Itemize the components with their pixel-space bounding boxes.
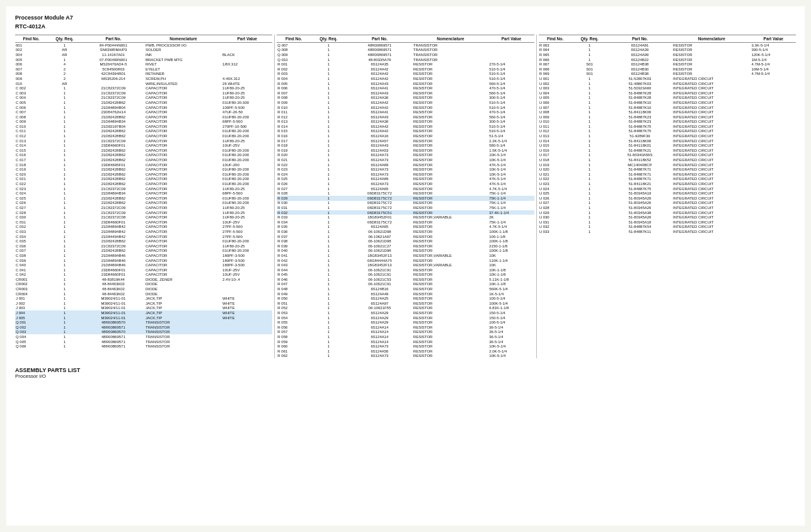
table-row: R 042106G84444A75RESISTOR110K-1-1/4 bbox=[277, 258, 534, 263]
table-row: C 010121D82187B04CAPACITOR270PF-10-500 bbox=[15, 124, 272, 129]
table-row: R 044106-10621C91RESISTOR10K-1-1/8 bbox=[277, 268, 534, 273]
table-row: 008242C84394R01RETAINER bbox=[15, 72, 272, 77]
table-row: R 01516S124A42RESISTOR510-5-1/4 bbox=[277, 129, 534, 134]
table-row: U 029151-80345A38INTEGRATED CIRCUIT bbox=[539, 210, 796, 215]
table-row: R 01116S124A41RESISTOR470-5-1/4 bbox=[277, 110, 534, 115]
table-row: 0064MS20470AD4-5RIVET1/8X.312 bbox=[15, 62, 272, 67]
table-row: R 05016S124A25RESISTOR100-5-1/4 bbox=[277, 296, 534, 301]
table-row: Q 002148R00869571TRANSISTOR bbox=[15, 325, 272, 330]
table-row: C 030121C82372C08CAPACITOR1UF80-20-25 bbox=[15, 215, 272, 220]
table-row: R 05316S124A29RESISTOR150-5-1/4 bbox=[277, 310, 534, 315]
table-row: R 034106D83175C72RESISTOR75K-1-1/4 bbox=[277, 220, 534, 225]
table-row: C 014123D84660F01CAPACITOR10UF-25V bbox=[15, 143, 272, 148]
module-title: Processor Module A7 RTC-4012A bbox=[15, 14, 91, 31]
table-row: U 024151-84887K75INTEGRATED CIRCUIT bbox=[539, 186, 796, 191]
table-row: 001184-P00444N001PWB, PROCESSOR I/O bbox=[15, 43, 272, 48]
table-row: R 01416S124A42RESISTOR510-5-1/4 bbox=[277, 124, 534, 129]
table-row: U 008151-84118K06INTEGRATED CIRCUIT bbox=[539, 110, 796, 115]
table-row: U 011151-84887K75INTEGRATED CIRCUIT bbox=[539, 124, 796, 129]
table-row: R 00116S124A35RESISTOR270-5-1/4 bbox=[277, 62, 534, 67]
table-row: C 023121C82372C09CAPACITOR1UF80-20-25 bbox=[15, 186, 272, 191]
table-row: C 020121D82428B62CAPACITOR01UF80-20-200 bbox=[15, 172, 272, 177]
table-row: J 0041M39024/11-01JACK,TIPWHITE bbox=[15, 310, 272, 315]
table-row: R 00216S124A42RESISTOR510-5-1/4 bbox=[277, 67, 534, 72]
table-row: C 017121D82428B62CAPACITOR01UF80-20-200 bbox=[15, 157, 272, 162]
table-row: C 003121C82372C09CAPACITOR1UF80-20-25 bbox=[15, 91, 272, 96]
table-row: U 016151-84887K21INTEGRATED CIRCUIT bbox=[539, 148, 796, 153]
table-row: C 006121D84894B04CAPACITOR100PF-5-500 bbox=[15, 105, 272, 110]
table-row: U 009151-84887K23INTEGRATED CIRCUIT bbox=[539, 115, 796, 120]
table-row: C 042123D84660F01CAPACITOR10UF-25V bbox=[15, 273, 272, 278]
table-row: U 015151-84118K01INTEGRATED CIRCUIT bbox=[539, 143, 796, 148]
table-row: Q 003148R00869570TRANSISTOR bbox=[15, 330, 272, 335]
table-row: 00725C84500R03EYELET bbox=[15, 67, 272, 72]
col3-section: Find No. Qty. Req. Part No. Nomenclature… bbox=[539, 35, 796, 358]
table-row: U 033151-84887K11INTEGRATED CIRCUIT bbox=[539, 229, 796, 234]
table-row: U 014151-84118K06INTEGRATED CIRCUIT bbox=[539, 139, 796, 144]
table-row: R 01916S124A53RESISTOR1.5K-5-1/4 bbox=[277, 148, 534, 153]
table-row: R 01016S124A42RESISTOR510-5-1/4 bbox=[277, 105, 534, 110]
table-row: R 06416S124A39RESISTOR390-5-1/4 bbox=[539, 48, 796, 53]
table-row: R 030106D83175C72RESISTOR75K-1-1/4 bbox=[277, 201, 534, 206]
table-row: R 069S016S124B38RESISTOR4.7M-5-1/4 bbox=[539, 72, 796, 77]
footer-sub: Processor I/O bbox=[15, 373, 796, 379]
table-row: R 05116S124A97RESISTOR100K-5-1/4 bbox=[277, 301, 534, 306]
table-row: R 038106-10621D98RESISTOR100K-1-1/8 bbox=[277, 239, 534, 244]
table-row: R 06216S124A73RESISTOR10K-5-1/4 bbox=[277, 354, 534, 359]
table-row: R 06316S124A81RESISTOR3.3K-5-1/4 bbox=[539, 43, 796, 48]
table-row: CR002148-84463K02DIODE bbox=[15, 282, 272, 287]
table-row: R 046106-10621C53RESISTOR5.11K-1-1/8 bbox=[277, 277, 534, 282]
table-row: U 002151-48807K03INTEGRATED CIRCUIT bbox=[539, 81, 796, 86]
table-row: U 017151-80340A56SINTEGRATED CIRCUIT bbox=[539, 153, 796, 158]
table-row: C 033121D84894B42CAPACITOR27PF-5-500 bbox=[15, 229, 272, 234]
table-row: C 008121D82428B62CAPACITOR01UF80-20-200 bbox=[15, 115, 272, 120]
table-row: U 013151-9289F39INTEGRATED CIRCUIT bbox=[539, 133, 796, 139]
table-row: U 027151-80345A26INTEGRATED CIRCUIT bbox=[539, 201, 796, 206]
table-row: R 01616S124A16RESISTOR51-5-1/4 bbox=[277, 133, 534, 139]
table-row: R 031106D83175C72RESISTOR75K-1-1/4 bbox=[277, 205, 534, 210]
table-row: C 041123D84660F01CAPACITOR10UF-25V bbox=[15, 268, 272, 273]
table-row: C 004121C82372C09CAPACITOR1UF80-20-25 bbox=[15, 96, 272, 101]
footer-area: ASSEMBLY PARTS LIST Processor I/O bbox=[15, 367, 796, 379]
table-row: R 067S016S124B38RESISTOR4.7M-5-1/4 bbox=[539, 62, 796, 67]
table-row: C 011121D82428B62CAPACITOR01UF80-20-200 bbox=[15, 129, 272, 134]
col3-header-part: Part No. bbox=[607, 35, 672, 43]
table-row: U 023151-84118K21INTEGRATED CIRCUIT bbox=[539, 181, 796, 186]
table-row: Q 006148R00869571TRANSISTOR bbox=[15, 344, 272, 349]
table-row: U 032151-84887K54INTEGRATED CIRCUIT bbox=[539, 225, 796, 230]
table-row: C 025121D82428B62CAPACITOR01UF80-20-200 bbox=[15, 196, 272, 201]
divider1 bbox=[274, 35, 275, 358]
col1-header-nom: Nomenclature bbox=[145, 35, 222, 43]
table-row: C 031123D84660F01CAPACITOR10UF-25V bbox=[15, 220, 272, 225]
table-row: R 02216S124A89RESISTOR47K-5-1/4 bbox=[277, 162, 534, 167]
divider2 bbox=[536, 35, 537, 358]
table-row: R 02416S124A73RESISTOR10K-5-1/4 bbox=[277, 172, 534, 177]
table-row: C 040121D84894B46CAPACITOR180PF-3-500 bbox=[15, 263, 272, 268]
table-row: J 0031M39024/11-01JACK,TIPWHITE bbox=[15, 306, 272, 311]
table-row: C 038121D84894B46CAPACITOR180PF-3-500 bbox=[15, 253, 272, 258]
table-row: C 039121D84894B46CAPACITOR180PF-3-500 bbox=[15, 258, 272, 263]
table-row: U 007151-84887K10INTEGRATED CIRCUIT bbox=[539, 105, 796, 110]
table-row: R 02616S124A73RESISTOR47K-5-1/4 bbox=[277, 181, 534, 186]
table-row: R 039106-10621C27RESISTOR2150-1-1/8 bbox=[277, 244, 534, 249]
col1-header-val: Part Value bbox=[222, 35, 272, 43]
table-row: U 028151-80345A26INTEGRATED CIRCUIT bbox=[539, 205, 796, 210]
table-row: U 004151-84887K28INTEGRATED CIRCUIT bbox=[539, 91, 796, 96]
table-row: J 0021M39024/11-01JACK,TIPWHITE bbox=[15, 301, 272, 306]
table-row: R 06016S124A73RESISTOR10K-5-1/4 bbox=[277, 344, 534, 349]
table-row: R 05816S124A14RESISTOR36-5-1/4 bbox=[277, 334, 534, 339]
table-row: R 04916S124A49RESISTOR1K-5-1/4 bbox=[277, 291, 534, 297]
table-row: R 032106D83175C51RESISTOR37.4K-1-1/4 bbox=[277, 210, 534, 215]
table-row: R 01216S124A43RESISTOR560-5-1/4 bbox=[277, 115, 534, 120]
col2-header-part: Part No. bbox=[347, 35, 413, 43]
table-row: R 045106-10621C91RESISTOR10K-1-1/8 bbox=[277, 273, 534, 278]
table-row: CR004148-84463K02DIODE bbox=[15, 291, 272, 297]
table-row: R 05716S124A14RESISTOR36-5-1/4 bbox=[277, 330, 534, 335]
table-row: C 018123D84695F01CAPACITOR10UF-200 bbox=[15, 162, 272, 167]
table-row: C 024121D84894B34CAPACITOR68PF-5-500 bbox=[15, 191, 272, 196]
table-row: C 036121C82372C09CAPACITOR1UF80-20-25 bbox=[15, 244, 272, 249]
table-row: R 033118G83452F01RESISTOR,VARIABLE2K bbox=[277, 215, 534, 220]
table-row: J 0051M39024/11-01JACK,TIPWHITE bbox=[15, 315, 272, 320]
table-row: U 025151-80345A19INTEGRATED CIRCUIT bbox=[539, 191, 796, 196]
table-row: CR003148-84463K02DIODE bbox=[15, 286, 272, 291]
